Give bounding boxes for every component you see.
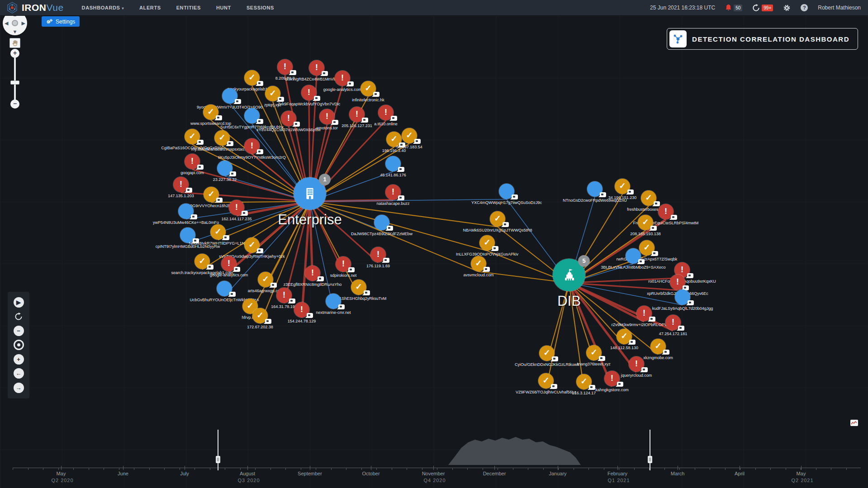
- play-button[interactable]: ▶: [14, 297, 24, 308]
- graph-node[interactable]: !205.126.127.231: [349, 107, 365, 122]
- graph-node[interactable]: YXC4mQWWpqH17g7iiwQSuSoDzJ9c: [499, 184, 514, 199]
- graph-node[interactable]: cpINT9I7ylmHMGBd0HLb2N0yyRw: [180, 227, 195, 243]
- graph-node[interactable]: ✓xTlw1ShESHGhbq2yRksuTvM: [351, 280, 366, 295]
- graph-node[interactable]: DaJW98CTpz4B9iZ3KdFZzMEbw: [374, 215, 389, 230]
- step-back-button[interactable]: ←: [14, 368, 24, 379]
- graph-node[interactable]: nextmarine-cmr.net: [326, 294, 341, 309]
- graph-node[interactable]: ✓CgiBaPaS16OCOtIcalVGgGxDXkl: [185, 129, 200, 144]
- brush-grip-icon[interactable]: [648, 456, 652, 463]
- zoom-slider-track[interactable]: [14, 57, 16, 101]
- graph-node[interactable]: !z3EEgfl8XRNIc8mgIlDRuAsYho: [305, 265, 320, 281]
- graph-node[interactable]: UcbGvBhuRYOUnOEljcTnWkbHqNzA: [217, 281, 232, 296]
- graph-node[interactable]: ✓34.196.151.230: [615, 179, 630, 194]
- collapse-button[interactable]: −: [14, 326, 24, 336]
- graph-node[interactable]: ✓tnang376teeet.xyz: [586, 345, 602, 360]
- graph-node[interactable]: !xpRUvrbf2dkGJXjZG9b66Qyv6Ec: [670, 275, 685, 290]
- focus-button[interactable]: [14, 340, 24, 350]
- graph-node[interactable]: NTnoGsD2cwoFRpdWe69wqDZnU: [587, 181, 602, 197]
- hub-node-dib[interactable]: 5DIB: [553, 259, 585, 291]
- nav-item-hunt[interactable]: HUNT: [216, 5, 231, 10]
- alerts-bell-button[interactable]: 50: [725, 4, 742, 11]
- hand-tool-button[interactable]: [9, 38, 20, 48]
- graph-node[interactable]: !googapi.com: [185, 154, 200, 169]
- nav-item-dashboards[interactable]: DASHBOARDS▾: [82, 5, 124, 10]
- graph-node[interactable]: !a.t610.online: [378, 105, 394, 120]
- graph-node[interactable]: ✓trackyourpackagelab1.com: [244, 70, 260, 85]
- graph-node[interactable]: !164.31.78.198: [276, 288, 292, 303]
- graph-node[interactable]: !FnwkhSnkeEquiCteSLRbPSl4mwtM: [658, 204, 674, 219]
- graph-node[interactable]: !tiKu5pJ3iOkmy9OY7Yn8ksW3om2rQ: [244, 138, 260, 154]
- graph-node[interactable]: !emotons.tor: [319, 109, 335, 124]
- graph-node[interactable]: !xY8V44Q1Csk37o1WfoW0X66yftM: [281, 111, 296, 126]
- graph-node[interactable]: !162.144.117.235: [229, 200, 244, 215]
- pan-right-icon[interactable]: ▶: [22, 20, 25, 26]
- settings-button[interactable]: Settings: [42, 16, 80, 27]
- nav-item-sessions[interactable]: SESSIONS: [247, 5, 274, 10]
- graph-node[interactable]: ✓CyiOu/GEknDDxNGJKkGzLRtkuwk: [539, 346, 555, 361]
- brand[interactable]: IRONVue: [6, 2, 64, 14]
- graph-node[interactable]: ✓xkzngmobe.com: [650, 339, 666, 354]
- step-forward-button[interactable]: →: [14, 383, 24, 393]
- graph-node[interactable]: !google-analytics.com: [221, 256, 237, 271]
- graph-node[interactable]: !154.244.78.129: [294, 302, 309, 317]
- zoom-slider-handle[interactable]: [10, 81, 19, 85]
- graph-node[interactable]: ✓58.197.183.54: [402, 128, 417, 143]
- graph-node[interactable]: !147.135.1.203: [173, 177, 189, 192]
- graph-node[interactable]: !kahngkgstore.com: [604, 371, 620, 386]
- graph-node[interactable]: ✓rwRGJb1caCG2rApx6T7Z/Swqbk: [639, 240, 655, 256]
- graph-node[interactable]: ✓172.67.202.38: [252, 308, 268, 323]
- refresh-button[interactable]: 99+: [752, 4, 773, 12]
- expand-button[interactable]: +: [14, 354, 24, 365]
- graph-node[interactable]: !dlskWgRB4ZCx4WB1MnVlEdBoPt: [309, 60, 324, 76]
- graph-node[interactable]: ✓NnGx8IvkR7WHTIlDPYG+L1N0: [210, 224, 226, 240]
- nav-item-entities[interactable]: ENTITIES: [176, 5, 201, 10]
- graph-node[interactable]: !47.254.172.181: [665, 315, 681, 330]
- settings-gear-button[interactable]: [783, 4, 791, 12]
- graph-node[interactable]: ✓216.3.124.17: [576, 374, 592, 389]
- graph-node[interactable]: !rZv9kKkw9rmv+i2tOPbRLOPVFnYg: [636, 306, 652, 321]
- user-menu[interactable]: Robert Mathieson: [818, 5, 861, 11]
- graph-node[interactable]: !google-analytics.com: [335, 71, 350, 86]
- timeline-panel[interactable]: MayJuneJulyAugustSeptemberOctoberNovembe…: [0, 425, 868, 488]
- graph-node[interactable]: 3BLBLxVNLAJm8bMboZ9+SAXeco: [626, 248, 641, 264]
- brush-grip-icon[interactable]: [216, 456, 220, 463]
- graph-node[interactable]: ✓208.185.193.138: [638, 215, 653, 230]
- graph-node[interactable]: ✓VZ9FWZ68/TOJqlhIvCUvhaf56Lz: [538, 373, 554, 389]
- replay-button[interactable]: [14, 312, 24, 322]
- zoom-out-button[interactable]: −: [10, 99, 19, 109]
- graph-node[interactable]: kudFJaLSy9AqbQlL7d20b04gJgg: [675, 289, 690, 305]
- pan-left-icon[interactable]: ◀: [5, 20, 8, 26]
- graph-node[interactable]: ✓148.112.58.130: [617, 329, 632, 344]
- graph-node[interactable]: SuH5tC6xTYgpHR7Tt69kcdDUhhx: [244, 108, 260, 123]
- graph-node[interactable]: ✓infinitelectronic.hk: [360, 81, 376, 96]
- pan-center-dot[interactable]: [12, 20, 18, 26]
- graph-node[interactable]: ✓my.safetileandearthmapsxtao.com: [214, 130, 230, 146]
- graph-node[interactable]: 23.227.38.32: [217, 161, 232, 176]
- graph-node[interactable]: ✓search.trackyourpackagelab1.com: [194, 254, 210, 269]
- graph-node[interactable]: ✓G7p0G9rVVYOhecn18h2lu7iMc: [204, 187, 219, 202]
- graph-node[interactable]: ywP54N8U3uMw46CKe++BaL0mFo: [178, 204, 194, 219]
- graph-node[interactable]: ✓arts46agrwxgp.com: [258, 272, 273, 287]
- nav-item-alerts[interactable]: ALERTS: [139, 5, 161, 10]
- graph-node[interactable]: !natashacape.buzz: [385, 185, 401, 200]
- graph-node[interactable]: !jqueryrcloud.com: [629, 356, 644, 372]
- zoom-slider[interactable]: + −: [10, 49, 20, 108]
- graph-node[interactable]: !8.209.79.7: [277, 59, 293, 75]
- pan-down-icon[interactable]: ▼: [13, 29, 18, 34]
- graph-node[interactable]: !Zxk9FoqapWckbVufYOgVbn7VDic: [301, 85, 317, 100]
- graph-node[interactable]: ✓www.sportswearcd.top: [203, 104, 218, 120]
- zoom-in-button[interactable]: +: [10, 49, 19, 58]
- timeline-brush-handle[interactable]: [650, 430, 650, 470]
- graph-node[interactable]: ✓avsvmcloud.com: [471, 256, 486, 271]
- graph-node[interactable]: 9yocWosWWmV7+JU3T4O/2+6O90: [222, 88, 237, 104]
- graph-node[interactable]: ✓zptqrj.xyz: [265, 86, 280, 101]
- graph-node[interactable]: !sdpirokiors.net: [336, 256, 351, 272]
- graph-node[interactable]: ✓freshbusterboxes.online: [641, 190, 656, 206]
- graph-node[interactable]: ✓InLLXFG39ODIoPOVxjXGusAPkiv: [479, 235, 495, 251]
- graph-node[interactable]: 45.141.86.176: [385, 156, 401, 171]
- graph-node[interactable]: ✓sVnTYQAx9dwp3yRWTHKjwhy+0zk: [244, 237, 260, 253]
- hub-node-enterprise[interactable]: 1Enterprise: [294, 177, 326, 210]
- graph-node[interactable]: !176.119.1.69: [370, 247, 386, 262]
- graph-node[interactable]: ✓NBAMk6SU20nrUXgGpJTWWQs5tR8: [490, 211, 505, 227]
- mini-chart-icon[interactable]: [850, 420, 858, 426]
